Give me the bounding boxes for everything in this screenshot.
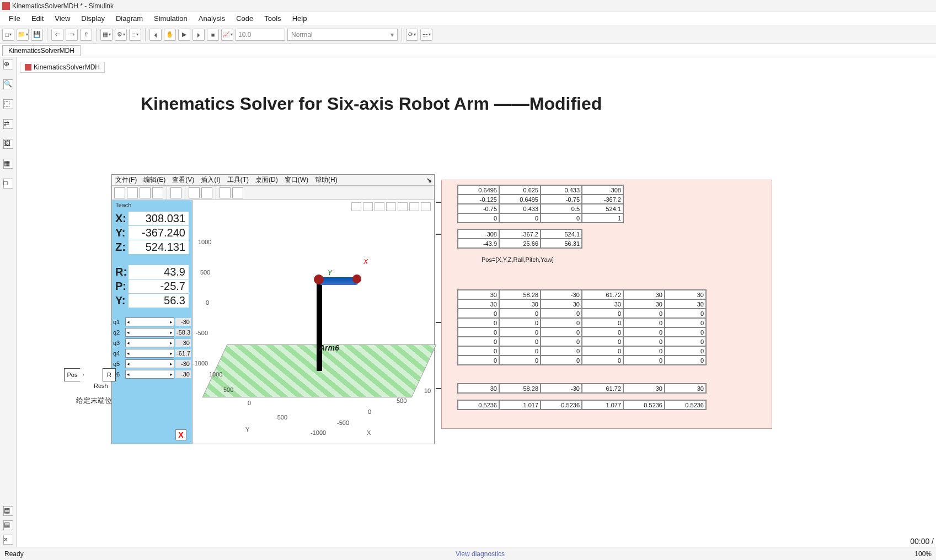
fig-new-icon[interactable] [114, 187, 125, 198]
config-button[interactable]: ⚙ [115, 29, 127, 41]
menu-display[interactable]: Display [76, 12, 110, 25]
menu-code[interactable]: Code [231, 12, 259, 25]
fig-open-icon[interactable] [127, 187, 138, 198]
figmenu-desktop[interactable]: 桌面(D) [255, 175, 278, 185]
q6-slider[interactable]: ◂▸ [125, 370, 174, 379]
fig-phone-icon[interactable] [189, 187, 200, 198]
back-button[interactable]: ⇐ [51, 29, 63, 41]
menu-file[interactable]: File [3, 12, 26, 25]
menu-diagram[interactable]: Diagram [110, 12, 148, 25]
home-icon[interactable] [421, 202, 431, 211]
zoomout-icon[interactable] [409, 202, 419, 211]
fig-link-icon[interactable] [170, 187, 181, 198]
q3-slider[interactable]: ◂▸ [125, 338, 174, 347]
pan-icon[interactable] [386, 202, 396, 211]
stop-time-input[interactable]: 10.0 [236, 29, 285, 41]
fig-insert-icon[interactable] [232, 187, 243, 198]
figmenu-file[interactable]: 文件(F) [115, 175, 137, 185]
pause-icon[interactable]: ✋ [164, 29, 176, 41]
q4-slider[interactable]: ◂▸ [125, 349, 174, 358]
table-cell: 0 [665, 356, 706, 365]
selected-solution-table[interactable]: 3058.28-3061.723030 [457, 383, 707, 394]
figure-dock-icon[interactable]: ↘ [426, 176, 432, 184]
list-button[interactable]: ≡ [129, 29, 141, 41]
rail-zoom-icon[interactable]: 🔍 [3, 79, 13, 89]
rail-arrow-icon[interactable]: ⇄ [3, 119, 13, 129]
rail-fit-icon[interactable]: ⬚ [3, 99, 13, 109]
library-button[interactable]: ▦ [100, 29, 113, 41]
rail-grid-icon[interactable]: ▦ [3, 159, 13, 169]
fig-pointer-icon[interactable] [220, 187, 231, 198]
simulation-mode-select[interactable]: Normal▾ [287, 29, 398, 41]
rail-image-icon[interactable]: 🖼 [3, 139, 13, 149]
new-button[interactable]: □ [2, 29, 14, 41]
z-label: Z: [115, 241, 129, 254]
chinese-label: 给定末端位 [76, 396, 112, 406]
y-tick: 500 [223, 386, 233, 393]
figmenu-view[interactable]: 查看(V) [172, 175, 194, 185]
scope-button[interactable]: 📈 [221, 29, 233, 41]
table-cell: 0 [499, 318, 541, 327]
breadcrumb-item[interactable]: KinematicsSolverMDH [2, 45, 81, 56]
ik-solutions-table[interactable]: 3058.28-3061.723030303030303030000000000… [457, 289, 707, 365]
menu-edit[interactable]: Edit [26, 12, 49, 25]
menu-analysis[interactable]: Analysis [193, 12, 231, 25]
q2-slider[interactable]: ◂▸ [125, 328, 174, 337]
rail-bottom2-icon[interactable]: ▤ [3, 520, 13, 530]
q1-slider[interactable]: ◂▸ [125, 317, 174, 326]
table-cell: -367.2 [582, 195, 623, 204]
table-cell: 0 [665, 309, 706, 318]
figmenu-tools[interactable]: 工具(T) [227, 175, 249, 185]
figmenu-window[interactable]: 窗口(W) [285, 175, 308, 185]
fig-save-icon[interactable] [140, 187, 151, 198]
save-button[interactable]: 💾 [31, 29, 43, 41]
radians-table[interactable]: 0.52361.017-0.52361.0770.52360.5236 [457, 400, 707, 410]
pos-block[interactable]: Pos [64, 368, 84, 381]
build-button[interactable]: ⚏ [420, 29, 432, 41]
3d-plot[interactable]: 1000 500 0 -500 -1000 X Y Arm6 1000 500 … [192, 200, 434, 444]
forward-button[interactable]: ⇒ [66, 29, 78, 41]
table-cell: 0.6495 [458, 185, 499, 195]
x-value: 308.031 [129, 212, 189, 225]
figmenu-insert[interactable]: 插入(I) [201, 175, 220, 185]
view-diagnostics-link[interactable]: View diagnostics [46, 550, 915, 558]
x-axis-label: X [367, 429, 371, 436]
menu-tools[interactable]: Tools [259, 12, 286, 25]
q5-slider[interactable]: ◂▸ [125, 359, 174, 368]
left-rail: ⊕ 🔍 ⬚ ⇄ 🖼 ▦ □ ▤ ▤ » [0, 57, 17, 547]
model-canvas[interactable]: KinematicsSolverMDH Kinematics Solver fo… [17, 57, 936, 547]
fig-print-icon[interactable] [152, 187, 163, 198]
brush-icon[interactable] [351, 202, 361, 211]
robot-joint [352, 274, 361, 283]
teach-close-button[interactable]: X [175, 429, 186, 440]
figmenu-edit[interactable]: 编辑(E) [143, 175, 165, 185]
up-button[interactable]: ⇧ [80, 29, 92, 41]
zoom-icon[interactable] [363, 202, 373, 211]
table-cell: 524.1 [541, 229, 582, 239]
open-button[interactable]: 📁 [17, 29, 29, 41]
menu-simulation[interactable]: Simulation [148, 12, 193, 25]
table-cell: 30 [458, 299, 499, 309]
rail-blank-icon[interactable]: □ [3, 179, 13, 189]
table-cell: -0.5236 [541, 400, 582, 410]
table-cell: 30 [541, 299, 582, 309]
fig-grid-icon[interactable] [201, 187, 212, 198]
figmenu-help[interactable]: 帮助(H) [315, 175, 338, 185]
rail-collapse-icon[interactable]: ⊕ [3, 60, 13, 69]
stop-button[interactable]: ■ [207, 29, 219, 41]
reshape-block[interactable]: R [103, 368, 116, 381]
position-table[interactable]: -308-367.2524.1-43.925.6656.31 [457, 229, 582, 249]
step-back-button[interactable]: ⏴ [149, 29, 162, 41]
menu-view[interactable]: View [49, 12, 76, 25]
y-axis-label: Y [245, 426, 249, 433]
zoomin-icon[interactable] [398, 202, 408, 211]
rotate-icon[interactable] [375, 202, 384, 211]
rail-bottom1-icon[interactable]: ▤ [3, 506, 13, 516]
menu-help[interactable]: Help [287, 12, 313, 25]
rail-expand-icon[interactable]: » [3, 535, 13, 545]
run-button[interactable]: ▶ [178, 29, 190, 41]
fast-restart-button[interactable]: ⟳ [406, 29, 418, 41]
transform-matrix-table[interactable]: 0.64950.6250.433-308-0.1250.6495-0.75-36… [457, 185, 624, 223]
model-tab[interactable]: KinematicsSolverMDH [20, 62, 105, 73]
step-forward-button[interactable]: ⏵ [192, 29, 205, 41]
